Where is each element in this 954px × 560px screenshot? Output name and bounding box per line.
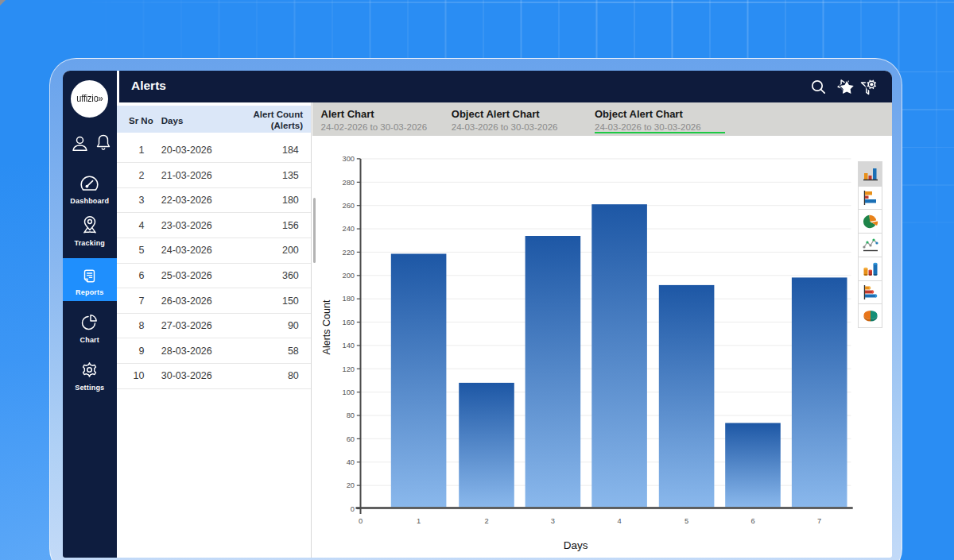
svg-text:140: 140 [342, 342, 355, 350]
svg-text:260: 260 [342, 202, 355, 210]
svg-text:300: 300 [342, 155, 355, 163]
svg-text:3: 3 [551, 517, 555, 525]
svg-text:60: 60 [347, 434, 355, 442]
svg-text:0: 0 [351, 504, 355, 512]
svg-text:4: 4 [618, 517, 622, 525]
svg-text:100: 100 [342, 388, 355, 396]
svg-text:180: 180 [342, 295, 355, 303]
svg-text:0: 0 [359, 517, 363, 525]
svg-text:Alerts Count: Alerts Count [321, 299, 332, 354]
svg-text:200: 200 [342, 272, 355, 280]
svg-text:2: 2 [484, 517, 488, 525]
svg-text:6: 6 [750, 517, 754, 525]
svg-text:220: 220 [342, 248, 355, 256]
svg-text:Days: Days [564, 539, 588, 551]
svg-text:80: 80 [347, 411, 355, 419]
svg-text:1: 1 [417, 517, 421, 525]
svg-text:7: 7 [817, 517, 821, 525]
svg-text:240: 240 [342, 225, 355, 233]
svg-text:120: 120 [342, 365, 355, 373]
svg-text:40: 40 [347, 458, 355, 466]
svg-text:20: 20 [347, 481, 355, 489]
svg-text:160: 160 [342, 319, 355, 326]
svg-text:280: 280 [342, 178, 355, 186]
svg-text:5: 5 [684, 517, 688, 525]
